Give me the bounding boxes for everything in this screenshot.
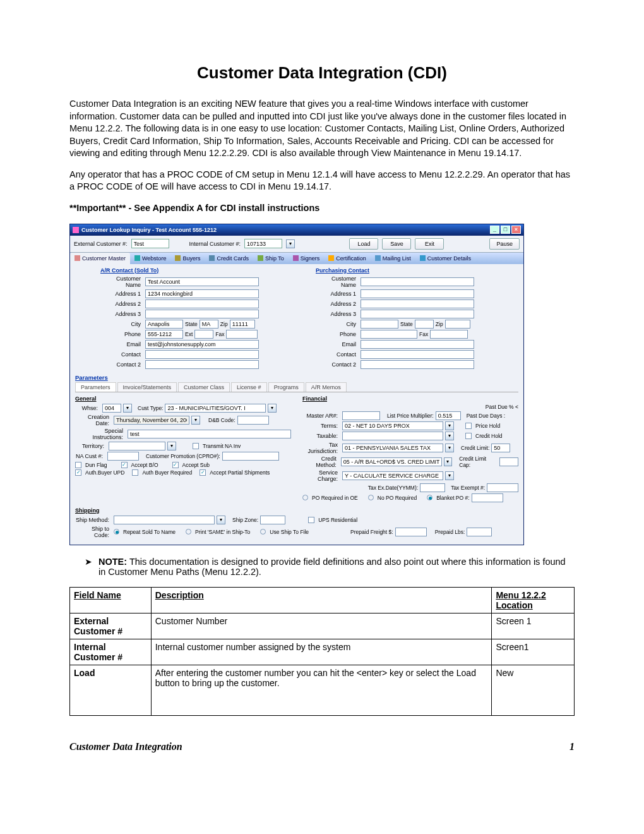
purch-zip-input[interactable] <box>445 320 470 329</box>
pause-button[interactable]: Pause <box>489 238 520 250</box>
prepaid-freight-input[interactable] <box>395 528 427 536</box>
subtab-armemos[interactable]: A/R Memos <box>306 382 347 392</box>
maximize-button[interactable]: □ <box>501 226 510 234</box>
pricehold-checkbox[interactable] <box>465 423 472 429</box>
soldto-fax-input[interactable] <box>226 330 258 339</box>
prepaid-lbs-input[interactable] <box>467 528 492 536</box>
ups-res-checkbox[interactable] <box>308 517 314 523</box>
purch-addr3-input[interactable] <box>361 310 474 318</box>
credmeth-dropdown[interactable]: ▾ <box>444 457 453 466</box>
soldto-addr2-input[interactable] <box>145 299 259 308</box>
tab-customer-details[interactable]: Customer Details <box>415 253 475 264</box>
svccharge-dropdown[interactable]: ▾ <box>445 471 454 480</box>
whse-dropdown[interactable]: ▾ <box>123 404 132 413</box>
soldto-phone-input[interactable] <box>145 330 183 339</box>
shipmethod-input[interactable] <box>114 516 215 524</box>
credithold-checkbox[interactable] <box>465 433 472 439</box>
acceptsub-checkbox[interactable] <box>172 462 179 468</box>
terms-dropdown[interactable]: ▾ <box>445 421 454 430</box>
terms-input[interactable] <box>342 421 443 430</box>
soldto-email-input[interactable] <box>145 340 259 349</box>
lpm-input[interactable] <box>436 411 461 420</box>
taxexnum-input[interactable] <box>487 483 518 492</box>
repeat-soldto-radio[interactable] <box>114 529 119 535</box>
purch-name-input[interactable] <box>361 277 474 286</box>
ext-cust-input[interactable] <box>131 239 169 248</box>
note-text: This documentation is designed to provid… <box>98 557 566 577</box>
soldto-state-input[interactable] <box>200 320 218 329</box>
use-shipto-file-radio[interactable] <box>260 529 266 535</box>
soldto-name-input[interactable] <box>145 277 259 286</box>
minimize-button[interactable]: _ <box>490 226 499 234</box>
purch-fax-input[interactable] <box>430 330 468 339</box>
master-ar-input[interactable] <box>342 411 380 420</box>
taxexdate-input[interactable] <box>420 483 445 492</box>
tab-buyers[interactable]: Buyers <box>170 253 205 264</box>
tab-certification[interactable]: Certification <box>324 253 371 264</box>
custtype-dropdown[interactable]: ▾ <box>268 404 277 413</box>
int-cust-dropdown[interactable]: ▾ <box>286 239 295 248</box>
authreq-checkbox[interactable] <box>132 469 138 476</box>
blanket-po-input[interactable] <box>472 493 503 502</box>
soldto-contact-input[interactable] <box>145 350 259 359</box>
purch-addr1-input[interactable] <box>361 289 474 298</box>
purch-phone-input[interactable] <box>361 330 417 339</box>
shipmethod-dropdown[interactable]: ▾ <box>217 516 225 524</box>
dnb-input[interactable] <box>237 416 269 425</box>
partial-checkbox[interactable] <box>200 469 206 476</box>
print-same-radio[interactable] <box>186 529 191 535</box>
custtype-input[interactable] <box>165 404 266 413</box>
authupd-checkbox[interactable] <box>75 469 81 476</box>
purch-contact2-input[interactable] <box>361 360 474 369</box>
tab-credit-cards[interactable]: Credit Cards <box>205 253 253 264</box>
creation-dropdown[interactable]: ▾ <box>191 416 200 425</box>
purch-state-input[interactable] <box>415 320 434 329</box>
load-button[interactable]: Load <box>349 238 378 250</box>
territory-input[interactable] <box>109 442 165 450</box>
subtab-license[interactable]: License # <box>231 382 267 392</box>
dunflag-checkbox[interactable] <box>75 462 81 468</box>
tab-ship-to[interactable]: Ship To <box>253 253 289 264</box>
special-instr-input[interactable] <box>128 430 291 438</box>
subtab-class[interactable]: Customer Class <box>178 382 230 392</box>
nacust-input[interactable] <box>107 452 139 461</box>
subtab-invoice[interactable]: Invoice/Statements <box>117 382 177 392</box>
tab-signers[interactable]: Signers <box>289 253 325 264</box>
purch-addr2-input[interactable] <box>361 299 474 308</box>
purch-contact-input[interactable] <box>361 350 474 359</box>
close-button[interactable]: × <box>511 226 521 234</box>
subtab-parameters[interactable]: Parameters <box>75 382 116 392</box>
exit-button[interactable]: Exit <box>415 238 444 250</box>
shipzone-input[interactable] <box>260 516 285 524</box>
transmit-na-checkbox[interactable] <box>193 443 199 449</box>
blanket-po-radio[interactable] <box>427 495 432 500</box>
acceptbo-checkbox[interactable] <box>121 462 128 468</box>
po-required-radio[interactable] <box>302 495 308 500</box>
save-button[interactable]: Save <box>382 238 411 250</box>
purch-email-input[interactable] <box>361 340 474 349</box>
soldto-addr1-input[interactable] <box>145 289 259 298</box>
taxjur-dropdown[interactable]: ▾ <box>445 444 454 452</box>
credmeth-input[interactable] <box>341 457 442 466</box>
taxjur-input[interactable] <box>342 444 443 452</box>
soldto-addr3-input[interactable] <box>145 310 259 318</box>
tab-webstore[interactable]: Webstore <box>130 253 170 264</box>
creditlimit-input[interactable] <box>491 444 510 452</box>
soldto-ext-input[interactable] <box>194 330 213 339</box>
taxable-input[interactable] <box>342 432 443 440</box>
no-po-radio[interactable] <box>368 495 374 500</box>
whse-input[interactable] <box>102 404 121 413</box>
th-desc: Description <box>151 587 492 613</box>
creditcap-input[interactable] <box>499 457 518 466</box>
taxable-dropdown[interactable]: ▾ <box>445 432 454 440</box>
tab-mailing-list[interactable]: Mailing List <box>371 253 415 264</box>
territory-dropdown[interactable]: ▾ <box>167 442 176 450</box>
tab-customer-master[interactable]: Customer Master <box>70 253 130 264</box>
svccharge-input[interactable] <box>342 471 443 480</box>
subtab-programs[interactable]: Programs <box>268 382 304 392</box>
soldto-zip-input[interactable] <box>230 320 255 329</box>
purch-city-input[interactable] <box>361 320 398 329</box>
cpro-input[interactable] <box>222 452 279 461</box>
soldto-city-input[interactable] <box>145 320 183 329</box>
soldto-contact2-input[interactable] <box>145 360 259 369</box>
